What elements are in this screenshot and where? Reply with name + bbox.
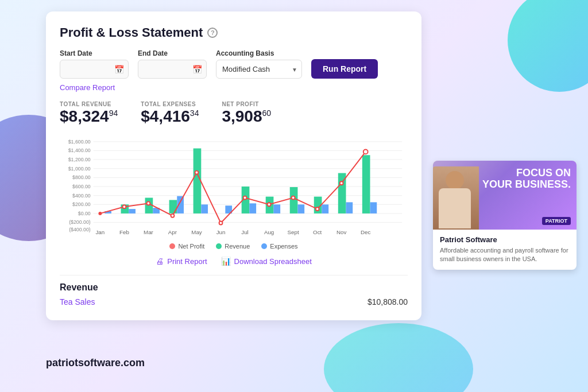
dot-jan — [98, 212, 102, 215]
net-profit-stat: NET PROFIT 3,90860 — [222, 101, 271, 126]
dot-apr — [171, 214, 175, 218]
svg-text:$1,200.00: $1,200.00 — [68, 157, 91, 162]
ad-headline: FOCUS ONYOUR BUSINESS. — [482, 168, 571, 191]
run-report-button[interactable]: Run Report — [311, 59, 378, 79]
exp-bar-oct — [322, 204, 328, 214]
chart-area: $1,600.00 $1,400.00 $1,200.00 $1,000.00 … — [60, 135, 408, 238]
exp-bar-feb — [129, 209, 136, 214]
dot-dec — [363, 149, 368, 154]
svg-text:($200.00): ($200.00) — [69, 219, 91, 225]
start-calendar-icon[interactable]: 📅 — [114, 65, 124, 74]
bottom-brand: patriotsoftware.com — [46, 357, 145, 369]
svg-text:Jan: Jan — [95, 229, 105, 235]
total-expenses-stat: TOTAL EXPENSES $4,41634 — [141, 101, 199, 126]
basis-select-wrap: Modified Cash Cash Accrual ▼ — [216, 60, 302, 79]
total-expenses-label: TOTAL EXPENSES — [141, 101, 199, 107]
pnl-card: Profit & Loss Statement ? Start Date 📅 E… — [46, 11, 421, 320]
ad-card: FOCUS ONYOUR BUSINESS. PATRIOT Patriot S… — [433, 161, 577, 270]
person-head — [446, 171, 464, 189]
tea-sales-link[interactable]: Tea Sales — [60, 297, 95, 306]
net-profit-label: NET PROFIT — [222, 101, 271, 107]
dot-mar — [147, 201, 150, 205]
svg-text:Feb: Feb — [119, 229, 129, 235]
dot-aug — [268, 203, 271, 206]
ad-description: Affordable accounting and payroll softwa… — [440, 246, 570, 264]
total-revenue-label: TOTAL REVENUE — [60, 101, 118, 107]
person-body — [439, 188, 471, 228]
svg-text:($400.00): ($400.00) — [69, 227, 91, 232]
exp-bar-nov — [346, 202, 353, 214]
ad-company-name: Patriot Software — [440, 235, 570, 244]
legend-expenses: Expenses — [261, 243, 297, 250]
compare-report-link[interactable]: Compare Report — [60, 83, 408, 92]
svg-text:$1,000.00: $1,000.00 — [68, 166, 91, 172]
rev-bar-sep — [290, 187, 298, 214]
revenue-title: Revenue — [60, 282, 408, 293]
svg-text:$200.00: $200.00 — [72, 201, 91, 207]
total-revenue-main: $8,324 — [60, 107, 109, 125]
svg-text:Jun: Jun — [216, 229, 226, 235]
end-calendar-icon[interactable]: 📅 — [192, 65, 202, 74]
page-title: Profit & Loss Statement — [60, 25, 203, 40]
stats-row: TOTAL REVENUE $8,32494 TOTAL EXPENSES $4… — [60, 101, 408, 126]
basis-label: Accounting Basis — [216, 49, 302, 57]
rev-bar-may — [194, 149, 202, 214]
exp-bar-jul — [249, 203, 256, 214]
svg-text:May: May — [191, 229, 202, 235]
tea-sales-amount: $10,808.00 — [368, 297, 408, 306]
start-date-wrap: 📅 — [60, 60, 129, 79]
net-profit-value: 3,90860 — [222, 107, 271, 126]
ad-image: FOCUS ONYOUR BUSINESS. PATRIOT — [433, 161, 577, 230]
rev-bar-apr — [169, 200, 177, 213]
chart-svg: $1,600.00 $1,400.00 $1,200.00 $1,000.00 … — [60, 135, 408, 238]
svg-text:Sept: Sept — [288, 229, 299, 235]
start-date-label: Start Date — [60, 49, 129, 57]
legend-revenue-label: Revenue — [225, 243, 250, 250]
chart-legend: Net Profit Revenue Expenses — [60, 243, 408, 250]
svg-text:$1,600.00: $1,600.00 — [68, 139, 91, 145]
total-expenses-cents: 34 — [190, 108, 199, 118]
svg-text:$1,400.00: $1,400.00 — [68, 148, 91, 153]
revenue-row: Tea Sales $10,808.00 — [60, 297, 408, 306]
revenue-section: Revenue Tea Sales $10,808.00 — [60, 275, 408, 306]
exp-bar-dec — [370, 202, 377, 214]
svg-text:Mar: Mar — [144, 229, 154, 235]
basis-group: Accounting Basis Modified Cash Cash Accr… — [216, 49, 302, 79]
print-icon: 🖨 — [156, 257, 164, 266]
svg-text:$400.00: $400.00 — [72, 193, 91, 199]
svg-text:$800.00: $800.00 — [72, 174, 91, 180]
actions-row: 🖨 Print Report 📊 Download Spreadsheet — [60, 257, 408, 266]
ad-logo-row: PATRIOT — [542, 217, 571, 225]
dot-jun — [219, 222, 223, 225]
dot-feb — [122, 205, 126, 208]
info-icon[interactable]: ? — [207, 28, 218, 38]
svg-text:Jul: Jul — [241, 229, 248, 235]
net-profit-main: 3,908 — [222, 107, 262, 125]
svg-text:Dec: Dec — [361, 229, 370, 235]
net-profit-cents: 60 — [262, 108, 272, 118]
basis-select[interactable]: Modified Cash Cash Accrual — [216, 60, 302, 79]
end-date-wrap: 📅 — [138, 60, 207, 79]
ad-info: Patriot Software Affordable accounting a… — [433, 230, 577, 270]
form-row: Start Date 📅 End Date 📅 Accounting Basis — [60, 49, 408, 79]
legend-net-profit-label: Net Profit — [178, 243, 204, 250]
print-report-link[interactable]: 🖨 Print Report — [156, 257, 207, 266]
total-expenses-main: $4,416 — [141, 107, 190, 125]
legend-dot-net — [169, 243, 175, 249]
print-report-label: Print Report — [167, 257, 207, 266]
total-revenue-cents: 94 — [109, 108, 118, 118]
legend-revenue: Revenue — [216, 243, 250, 250]
svg-text:Oct: Oct — [313, 229, 322, 235]
svg-text:Aug: Aug — [264, 229, 274, 235]
svg-text:Nov: Nov — [336, 229, 346, 235]
exp-bar-may — [201, 204, 208, 214]
legend-dot-expenses — [261, 243, 267, 249]
bg-blob-right-bottom — [324, 323, 473, 392]
right-panel: FOCUS ONYOUR BUSINESS. PATRIOT Patriot S… — [433, 11, 577, 270]
ad-person-image — [433, 166, 479, 230]
download-spreadsheet-link[interactable]: 📊 Download Spreadsheet — [221, 257, 312, 266]
dot-sep — [292, 196, 295, 200]
exp-bar-aug — [273, 204, 280, 214]
svg-text:$0.00: $0.00 — [78, 211, 91, 216]
legend-net-profit: Net Profit — [169, 243, 204, 250]
